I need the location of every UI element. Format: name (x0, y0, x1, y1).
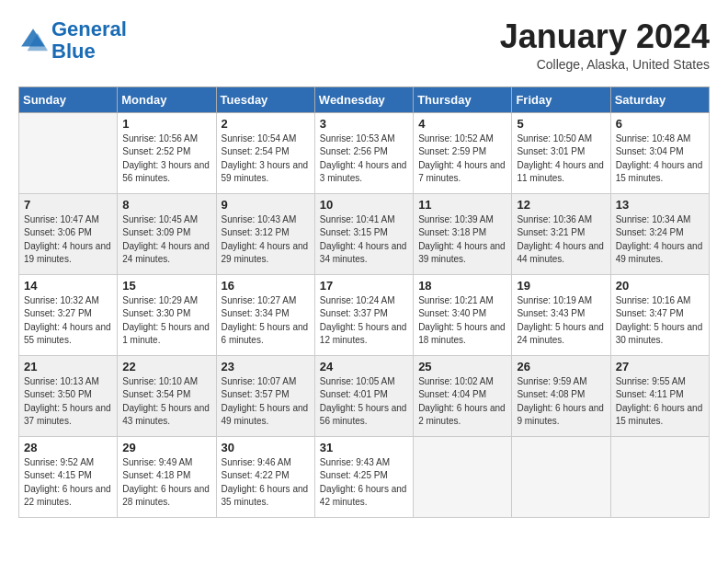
calendar-day-cell: 26Sunrise: 9:59 AMSunset: 4:08 PMDayligh… (512, 355, 610, 436)
day-info: Sunrise: 10:24 AMSunset: 3:37 PMDaylight… (320, 294, 408, 348)
day-number: 17 (320, 279, 408, 293)
calendar-day-cell: 18Sunrise: 10:21 AMSunset: 3:40 PMDaylig… (414, 274, 512, 355)
day-number: 11 (418, 198, 506, 212)
calendar-day-cell: 25Sunrise: 10:02 AMSunset: 4:04 PMDaylig… (414, 355, 512, 436)
calendar-day-cell: 23Sunrise: 10:07 AMSunset: 3:57 PMDaylig… (216, 355, 314, 436)
day-info: Sunrise: 10:16 AMSunset: 3:47 PMDaylight… (616, 294, 704, 348)
day-number: 23 (222, 360, 310, 373)
day-number: 18 (418, 279, 506, 293)
day-info: Sunrise: 10:39 AMSunset: 3:18 PMDaylight… (418, 213, 506, 267)
page-header: General Blue January 2024 College, Alask… (18, 18, 710, 72)
calendar-day-cell (19, 112, 118, 193)
logo-blue: Blue (51, 40, 96, 63)
calendar-table: SundayMondayTuesdayWednesdayThursdayFrid… (18, 86, 710, 518)
calendar-week-row: 1Sunrise: 10:56 AMSunset: 2:52 PMDayligh… (19, 112, 710, 193)
day-info: Sunrise: 10:53 AMSunset: 2:56 PMDaylight… (320, 132, 408, 186)
day-number: 30 (222, 441, 310, 454)
day-number: 27 (616, 360, 704, 373)
calendar-day-cell: 13Sunrise: 10:34 AMSunset: 3:24 PMDaylig… (610, 193, 709, 274)
day-info: Sunrise: 10:29 AMSunset: 3:30 PMDaylight… (122, 294, 210, 348)
calendar-day-cell: 12Sunrise: 10:36 AMSunset: 3:21 PMDaylig… (512, 193, 610, 274)
day-info: Sunrise: 10:36 AMSunset: 3:21 PMDaylight… (517, 213, 605, 267)
weekday-header-friday: Friday (512, 86, 610, 112)
day-info: Sunrise: 10:45 AMSunset: 3:09 PMDaylight… (122, 213, 210, 267)
day-info: Sunrise: 10:19 AMSunset: 3:43 PMDaylight… (517, 294, 605, 348)
day-number: 4 (418, 117, 506, 131)
day-info: Sunrise: 10:56 AMSunset: 2:52 PMDaylight… (122, 132, 210, 186)
calendar-day-cell: 10Sunrise: 10:41 AMSunset: 3:15 PMDaylig… (314, 193, 413, 274)
calendar-day-cell: 14Sunrise: 10:32 AMSunset: 3:27 PMDaylig… (19, 274, 118, 355)
day-number: 24 (320, 360, 408, 373)
day-number: 8 (122, 198, 210, 212)
weekday-header-saturday: Saturday (610, 86, 709, 112)
weekday-header-wednesday: Wednesday (314, 86, 413, 112)
title-block: January 2024 College, Alaska, United Sta… (500, 18, 710, 72)
day-number: 25 (418, 360, 506, 373)
calendar-day-cell: 30Sunrise: 9:46 AMSunset: 4:22 PMDayligh… (216, 436, 314, 517)
calendar-day-cell (512, 436, 610, 517)
day-info: Sunrise: 10:47 AMSunset: 3:06 PMDaylight… (24, 213, 112, 267)
weekday-header-row: SundayMondayTuesdayWednesdayThursdayFrid… (19, 86, 710, 112)
day-info: Sunrise: 10:54 AMSunset: 2:54 PMDaylight… (222, 132, 310, 186)
calendar-day-cell: 19Sunrise: 10:19 AMSunset: 3:43 PMDaylig… (512, 274, 610, 355)
location-subtitle: College, Alaska, United States (500, 57, 710, 72)
weekday-header-thursday: Thursday (414, 86, 512, 112)
day-info: Sunrise: 10:34 AMSunset: 3:24 PMDaylight… (616, 213, 704, 267)
day-info: Sunrise: 10:02 AMSunset: 4:04 PMDaylight… (418, 375, 506, 429)
calendar-day-cell: 4Sunrise: 10:52 AMSunset: 2:59 PMDayligh… (414, 112, 512, 193)
day-number: 1 (122, 117, 210, 131)
calendar-day-cell: 24Sunrise: 10:05 AMSunset: 4:01 PMDaylig… (314, 355, 413, 436)
month-title: January 2024 (500, 18, 710, 55)
day-info: Sunrise: 9:55 AMSunset: 4:11 PMDaylight:… (616, 375, 704, 429)
calendar-day-cell: 28Sunrise: 9:52 AMSunset: 4:15 PMDayligh… (19, 436, 118, 517)
calendar-day-cell: 1Sunrise: 10:56 AMSunset: 2:52 PMDayligh… (118, 112, 216, 193)
weekday-header-tuesday: Tuesday (216, 86, 314, 112)
day-number: 6 (616, 117, 704, 131)
logo: General Blue (18, 18, 127, 63)
calendar-day-cell: 16Sunrise: 10:27 AMSunset: 3:34 PMDaylig… (216, 274, 314, 355)
day-info: Sunrise: 9:46 AMSunset: 4:22 PMDaylight:… (222, 456, 310, 510)
calendar-week-row: 21Sunrise: 10:13 AMSunset: 3:50 PMDaylig… (19, 355, 710, 436)
weekday-header-sunday: Sunday (19, 86, 118, 112)
calendar-day-cell: 29Sunrise: 9:49 AMSunset: 4:18 PMDayligh… (118, 436, 216, 517)
calendar-day-cell: 9Sunrise: 10:43 AMSunset: 3:12 PMDayligh… (216, 193, 314, 274)
calendar-day-cell: 17Sunrise: 10:24 AMSunset: 3:37 PMDaylig… (314, 274, 413, 355)
day-number: 19 (517, 279, 605, 293)
calendar-day-cell (610, 436, 709, 517)
calendar-week-row: 7Sunrise: 10:47 AMSunset: 3:06 PMDayligh… (19, 193, 710, 274)
calendar-day-cell: 3Sunrise: 10:53 AMSunset: 2:56 PMDayligh… (314, 112, 413, 193)
day-number: 29 (122, 441, 210, 454)
day-number: 3 (320, 117, 408, 131)
calendar-day-cell: 21Sunrise: 10:13 AMSunset: 3:50 PMDaylig… (19, 355, 118, 436)
day-info: Sunrise: 9:59 AMSunset: 4:08 PMDaylight:… (517, 375, 605, 429)
calendar-week-row: 28Sunrise: 9:52 AMSunset: 4:15 PMDayligh… (19, 436, 710, 517)
calendar-day-cell: 20Sunrise: 10:16 AMSunset: 3:47 PMDaylig… (610, 274, 709, 355)
day-info: Sunrise: 10:05 AMSunset: 4:01 PMDaylight… (320, 375, 408, 429)
day-number: 21 (24, 360, 112, 373)
calendar-day-cell: 7Sunrise: 10:47 AMSunset: 3:06 PMDayligh… (19, 193, 118, 274)
day-info: Sunrise: 10:41 AMSunset: 3:15 PMDaylight… (320, 213, 408, 267)
day-number: 31 (320, 441, 408, 454)
day-info: Sunrise: 10:50 AMSunset: 3:01 PMDaylight… (517, 132, 605, 186)
day-number: 12 (517, 198, 605, 212)
day-number: 28 (24, 441, 112, 454)
day-info: Sunrise: 10:52 AMSunset: 2:59 PMDaylight… (418, 132, 506, 186)
calendar-day-cell: 22Sunrise: 10:10 AMSunset: 3:54 PMDaylig… (118, 355, 216, 436)
day-info: Sunrise: 9:52 AMSunset: 4:15 PMDaylight:… (24, 456, 112, 510)
day-info: Sunrise: 10:32 AMSunset: 3:27 PMDaylight… (24, 294, 112, 348)
day-number: 7 (24, 198, 112, 212)
day-number: 20 (616, 279, 704, 293)
day-info: Sunrise: 10:43 AMSunset: 3:12 PMDaylight… (222, 213, 310, 267)
day-number: 13 (616, 198, 704, 212)
day-number: 9 (222, 198, 310, 212)
logo-text: General Blue (51, 18, 127, 63)
day-number: 5 (517, 117, 605, 131)
calendar-day-cell: 5Sunrise: 10:50 AMSunset: 3:01 PMDayligh… (512, 112, 610, 193)
calendar-day-cell (414, 436, 512, 517)
day-info: Sunrise: 10:48 AMSunset: 3:04 PMDaylight… (616, 132, 704, 186)
day-info: Sunrise: 9:49 AMSunset: 4:18 PMDaylight:… (122, 456, 210, 510)
day-number: 16 (222, 279, 310, 293)
calendar-day-cell: 15Sunrise: 10:29 AMSunset: 3:30 PMDaylig… (118, 274, 216, 355)
day-info: Sunrise: 10:21 AMSunset: 3:40 PMDaylight… (418, 294, 506, 348)
calendar-day-cell: 27Sunrise: 9:55 AMSunset: 4:11 PMDayligh… (610, 355, 709, 436)
